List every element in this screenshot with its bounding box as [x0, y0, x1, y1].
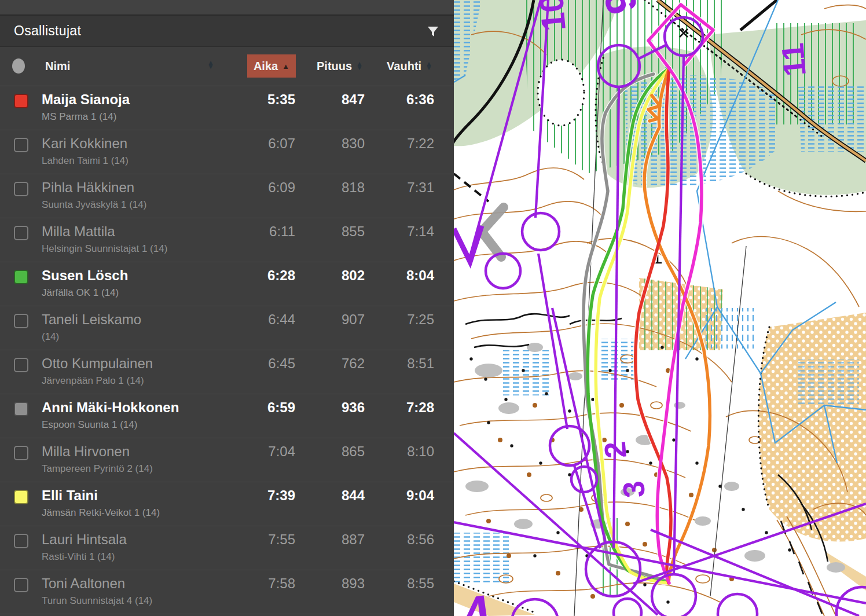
- participant-time: 7:39: [267, 487, 295, 504]
- participant-time: 5:35: [267, 91, 295, 108]
- participant-time: 6:11: [269, 223, 295, 240]
- participant-row[interactable]: Pihla Häkkinen Suunta Jyväskylä 1 (14) 6…: [0, 174, 454, 218]
- column-header-length[interactable]: Pituus ▲▼: [310, 54, 369, 78]
- participant-color-checkbox[interactable]: [14, 314, 28, 328]
- participant-time: 7:55: [268, 531, 295, 548]
- participant-pace: 6:36: [406, 91, 434, 108]
- participant-club: Rasti-Vihti 1 (14): [42, 551, 115, 563]
- participant-time: 6:09: [268, 179, 295, 196]
- participant-row[interactable]: Taneli Leiskamo (14) 6:44 907 7:25: [0, 306, 454, 350]
- participant-length: 802: [342, 267, 365, 284]
- participant-length: 847: [342, 91, 365, 108]
- participant-row[interactable]: Lauri Hintsala Rasti-Vihti 1 (14) 7:55 8…: [0, 526, 454, 570]
- participant-length: 865: [342, 443, 365, 460]
- participant-club: Lahden Taimi 1 (14): [42, 155, 129, 167]
- participant-length: 844: [342, 487, 365, 504]
- participant-pace: 8:10: [407, 443, 434, 460]
- sort-icon-name[interactable]: ▲▼: [207, 61, 214, 69]
- participant-length: 893: [342, 575, 365, 592]
- orienteering-map[interactable]: 10 11 96 2 3 4: [454, 0, 866, 616]
- participant-pace: 7:22: [407, 135, 434, 152]
- participant-name: Susen Lösch: [42, 267, 128, 284]
- svg-text:11: 11: [775, 42, 812, 78]
- participant-row[interactable]: Susen Lösch Järfälla OK 1 (14) 6:28 802 …: [0, 262, 454, 306]
- participant-color-checkbox[interactable]: [14, 446, 28, 460]
- participant-color-checkbox[interactable]: [14, 534, 28, 548]
- livelox-app: Osallistujat Nimi ▲▼ Aika ▲ Pituus ▲▼ Va…: [0, 0, 866, 616]
- participant-row[interactable]: Toni Aaltonen Turun Suunnistajat 4 (14) …: [0, 570, 454, 614]
- participant-length: 830: [342, 135, 365, 152]
- participant-row[interactable]: Milla Hirvonen Tampereen Pyrintö 2 (14) …: [0, 438, 454, 482]
- select-all-toggle[interactable]: [12, 58, 25, 74]
- participant-pace: 7:31: [407, 179, 434, 196]
- sort-asc-icon: ▲: [282, 62, 289, 71]
- participant-color-checkbox[interactable]: [14, 226, 28, 240]
- panel-title: Osallistujat: [14, 23, 81, 39]
- column-header-name[interactable]: Nimi: [45, 60, 70, 73]
- participant-club: Suunta Jyväskylä 1 (14): [42, 199, 146, 211]
- participant-name: Toni Aaltonen: [42, 575, 125, 592]
- participant-time: 6:45: [268, 355, 295, 372]
- participant-color-checkbox[interactable]: [14, 358, 28, 372]
- participant-club: Järfälla OK 1 (14): [42, 287, 119, 299]
- participant-name: Maija Sianoja: [42, 91, 130, 108]
- column-header-time[interactable]: Aika ▲: [247, 54, 296, 78]
- participant-name: Lauri Hintsala: [42, 531, 127, 548]
- participant-name: Taneli Leiskamo: [42, 311, 141, 328]
- participant-row[interactable]: Milla Mattila Helsingin Suunnistajat 1 (…: [0, 218, 454, 262]
- participant-pace: 8:04: [406, 267, 434, 284]
- participant-pace: 7:14: [407, 223, 434, 240]
- participant-pace: 7:28: [406, 399, 434, 416]
- participant-club: Jämsän Retki-Veikot 1 (14): [42, 507, 160, 519]
- participant-club: Espoon Suunta 1 (14): [42, 419, 137, 431]
- participant-row[interactable]: Anni Mäki-Hokkonen Espoon Suunta 1 (14) …: [0, 394, 454, 438]
- participant-pace: 8:56: [407, 531, 434, 548]
- participant-length: 855: [342, 223, 365, 240]
- participant-row[interactable]: Elli Taini Jämsän Retki-Veikot 1 (14) 7:…: [0, 482, 454, 526]
- participant-time: 6:44: [268, 311, 295, 328]
- table-header: Nimi ▲▼ Aika ▲ Pituus ▲▼ Vauhti ▲▼: [0, 47, 454, 86]
- participant-time: 7:04: [268, 443, 295, 460]
- participant-club: (14): [42, 331, 59, 343]
- participant-pace: 7:25: [407, 311, 434, 328]
- participant-name: Milla Hirvonen: [42, 443, 130, 460]
- svg-text:3: 3: [617, 479, 651, 499]
- participant-pace: 8:55: [407, 575, 434, 592]
- participant-name: Elli Taini: [42, 487, 98, 504]
- participant-color-checkbox[interactable]: [14, 270, 28, 284]
- filter-icon[interactable]: [426, 24, 440, 38]
- participant-time: 6:59: [267, 399, 295, 416]
- svg-text:2: 2: [598, 440, 633, 460]
- participant-name: Pihla Häkkinen: [42, 179, 134, 196]
- participant-row[interactable]: Otto Kumpulainen Järvenpään Palo 1 (14) …: [0, 350, 454, 394]
- participant-color-checkbox[interactable]: [14, 490, 28, 504]
- participant-time: 6:28: [267, 267, 295, 284]
- participant-length: 887: [342, 531, 365, 548]
- participants-panel: Osallistujat Nimi ▲▼ Aika ▲ Pituus ▲▼ Va…: [0, 0, 454, 616]
- sort-icon-pace: ▲▼: [425, 62, 432, 71]
- participant-time: 7:58: [268, 575, 295, 592]
- participant-color-checkbox[interactable]: [14, 578, 28, 592]
- participant-length: 936: [342, 399, 365, 416]
- participant-club: Turun Suunnistajat 4 (14): [42, 595, 152, 607]
- participant-row[interactable]: Kari Kokkinen Lahden Taimi 1 (14) 6:07 8…: [0, 130, 454, 174]
- participant-color-checkbox[interactable]: [14, 402, 28, 416]
- participant-time: 6:07: [268, 135, 295, 152]
- participant-club: Helsingin Suunnistajat 1 (14): [42, 243, 167, 255]
- participant-club: Järvenpään Palo 1 (14): [42, 375, 144, 387]
- participants-list: Maija Sianoja MS Parma 1 (14) 5:35 847 6…: [0, 86, 454, 616]
- participant-color-checkbox[interactable]: [14, 94, 28, 108]
- participant-club: Tampereen Pyrintö 2 (14): [42, 463, 153, 475]
- participant-color-checkbox[interactable]: [14, 138, 28, 152]
- participant-pace: 8:51: [407, 355, 434, 372]
- panel-top-strip: [0, 0, 454, 16]
- participant-name: Anni Mäki-Hokkonen: [42, 399, 179, 416]
- participant-name: Otto Kumpulainen: [42, 355, 153, 372]
- column-header-pace[interactable]: Vauhti ▲▼: [380, 54, 439, 78]
- participant-row[interactable]: Maija Sianoja MS Parma 1 (14) 5:35 847 6…: [0, 86, 454, 130]
- participant-length: 907: [342, 311, 365, 328]
- participant-name: Milla Mattila: [42, 223, 115, 240]
- panel-title-bar: Osallistujat: [0, 16, 454, 47]
- participant-length: 818: [342, 179, 365, 196]
- participant-color-checkbox[interactable]: [14, 182, 28, 196]
